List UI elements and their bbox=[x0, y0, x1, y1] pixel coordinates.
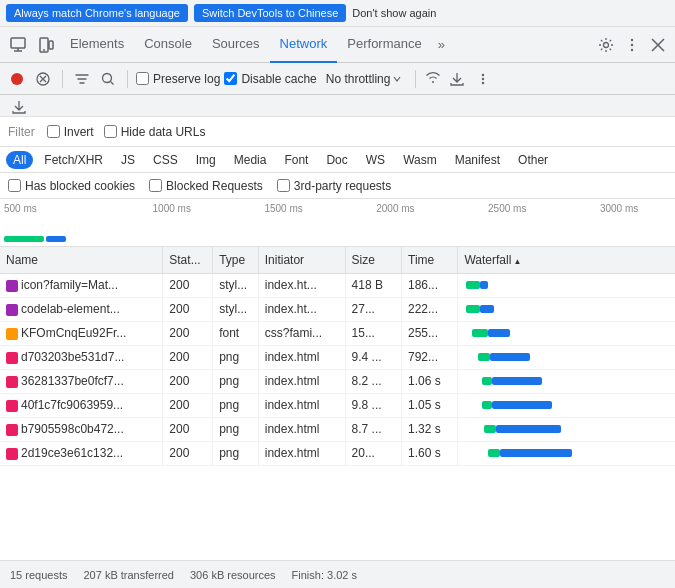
import-button[interactable] bbox=[8, 96, 30, 118]
cell-type: png bbox=[213, 417, 259, 441]
table-row[interactable]: 2d19ce3e61c132...200pngindex.html20...1.… bbox=[0, 441, 675, 465]
more-options-button[interactable] bbox=[619, 32, 645, 58]
type-filter-row: All Fetch/XHR JS CSS Img Media Font Doc … bbox=[0, 147, 675, 173]
inspect-icon[interactable] bbox=[4, 31, 32, 59]
cell-initiator: index.html bbox=[258, 393, 345, 417]
export-button[interactable] bbox=[446, 68, 468, 90]
type-filter-other[interactable]: Other bbox=[511, 151, 555, 169]
network-table-container: Name Stat... Type Initiator Size Time Wa… bbox=[0, 247, 675, 573]
table-row[interactable]: d703203be531d7...200pngindex.html9.4 ...… bbox=[0, 345, 675, 369]
svg-point-12 bbox=[482, 81, 484, 83]
device-icon[interactable] bbox=[32, 31, 60, 59]
table-row[interactable]: icon?family=Mat...200styl...index.ht...4… bbox=[0, 273, 675, 297]
blocked-cookies-checkbox[interactable]: Has blocked cookies bbox=[8, 179, 135, 193]
blocked-requests-checkbox[interactable]: Blocked Requests bbox=[149, 179, 263, 193]
waterfall-green-bar bbox=[466, 305, 480, 313]
search-button[interactable] bbox=[97, 68, 119, 90]
tab-performance[interactable]: Performance bbox=[337, 27, 431, 63]
cell-status: 200 bbox=[163, 321, 213, 345]
hide-data-urls-input[interactable] bbox=[104, 125, 117, 138]
type-filter-all[interactable]: All bbox=[6, 151, 33, 169]
png-row-icon bbox=[6, 352, 18, 364]
cell-time: 1.06 s bbox=[402, 369, 458, 393]
cell-type: png bbox=[213, 441, 259, 465]
tab-network[interactable]: Network bbox=[270, 27, 338, 63]
invert-checkbox[interactable]: Invert bbox=[47, 125, 94, 139]
clear-button[interactable] bbox=[32, 68, 54, 90]
table-row[interactable]: KFOmCnqEu92Fr...200fontcss?fami...15...2… bbox=[0, 321, 675, 345]
tl-label-5: 3000 ms bbox=[563, 203, 675, 214]
type-filter-font[interactable]: Font bbox=[277, 151, 315, 169]
png-row-icon bbox=[6, 376, 18, 388]
preserve-log-checkbox[interactable]: Preserve log bbox=[136, 72, 220, 86]
type-filter-manifest[interactable]: Manifest bbox=[448, 151, 507, 169]
col-header-size[interactable]: Size bbox=[345, 247, 401, 273]
col-header-initiator[interactable]: Initiator bbox=[258, 247, 345, 273]
waterfall-green-bar bbox=[484, 425, 496, 433]
type-filter-wasm[interactable]: Wasm bbox=[396, 151, 444, 169]
status-resources: 306 kB resources bbox=[190, 569, 276, 581]
cell-status: 200 bbox=[163, 345, 213, 369]
cell-initiator: index.html bbox=[258, 345, 345, 369]
type-filter-doc[interactable]: Doc bbox=[319, 151, 354, 169]
cell-name: b7905598c0b472... bbox=[0, 417, 163, 441]
cell-name: icon?family=Mat... bbox=[0, 273, 163, 297]
blocked-requests-input[interactable] bbox=[149, 179, 162, 192]
svg-point-4 bbox=[631, 38, 633, 40]
cell-status: 200 bbox=[163, 369, 213, 393]
more-network-options[interactable] bbox=[472, 68, 494, 90]
type-filter-js[interactable]: JS bbox=[114, 151, 142, 169]
font-row-icon bbox=[6, 328, 18, 340]
table-row[interactable]: b7905598c0b472...200pngindex.html8.7 ...… bbox=[0, 417, 675, 441]
throttle-select[interactable]: No throttling bbox=[321, 69, 408, 89]
preserve-log-input[interactable] bbox=[136, 72, 149, 85]
record-button[interactable] bbox=[6, 68, 28, 90]
switch-devtools-button[interactable]: Switch DevTools to Chinese bbox=[194, 4, 346, 22]
table-row[interactable]: codelab-element...200styl...index.ht...2… bbox=[0, 297, 675, 321]
invert-input[interactable] bbox=[47, 125, 60, 138]
divider3 bbox=[415, 70, 416, 88]
type-filter-ws[interactable]: WS bbox=[359, 151, 392, 169]
tab-console[interactable]: Console bbox=[134, 27, 202, 63]
dont-show-link[interactable]: Don't show again bbox=[352, 7, 436, 19]
filter-button[interactable] bbox=[71, 68, 93, 90]
status-transferred: 207 kB transferred bbox=[83, 569, 174, 581]
col-header-time[interactable]: Time bbox=[402, 247, 458, 273]
col-header-type[interactable]: Type bbox=[213, 247, 259, 273]
waterfall-bar bbox=[464, 421, 669, 437]
col-header-waterfall[interactable]: Waterfall bbox=[458, 247, 675, 273]
third-party-requests-input[interactable] bbox=[277, 179, 290, 192]
type-filter-media[interactable]: Media bbox=[227, 151, 274, 169]
type-filter-css[interactable]: CSS bbox=[146, 151, 185, 169]
cell-size: 27... bbox=[345, 297, 401, 321]
third-party-requests-checkbox[interactable]: 3rd-party requests bbox=[277, 179, 391, 193]
cell-time: 222... bbox=[402, 297, 458, 321]
col-header-name[interactable]: Name bbox=[0, 247, 163, 273]
type-filter-fetch[interactable]: Fetch/XHR bbox=[37, 151, 110, 169]
timeline-bar-green bbox=[4, 236, 44, 242]
tl-label-0: 500 ms bbox=[0, 203, 116, 214]
disable-cache-input[interactable] bbox=[224, 72, 237, 85]
match-language-button[interactable]: Always match Chrome's language bbox=[6, 4, 188, 22]
settings-button[interactable] bbox=[593, 32, 619, 58]
cell-waterfall bbox=[458, 417, 675, 441]
table-row[interactable]: 36281337be0fcf7...200pngindex.html8.2 ..… bbox=[0, 369, 675, 393]
disable-cache-checkbox[interactable]: Disable cache bbox=[224, 72, 316, 86]
css-row-icon bbox=[6, 304, 18, 316]
type-filter-img[interactable]: Img bbox=[189, 151, 223, 169]
waterfall-green-bar bbox=[482, 401, 492, 409]
wifi-icon bbox=[424, 70, 442, 87]
col-header-status[interactable]: Stat... bbox=[163, 247, 213, 273]
cell-type: font bbox=[213, 321, 259, 345]
cell-type: png bbox=[213, 369, 259, 393]
hide-data-urls-checkbox[interactable]: Hide data URLs bbox=[104, 125, 206, 139]
more-tabs-button[interactable]: » bbox=[432, 37, 451, 52]
cell-type: styl... bbox=[213, 297, 259, 321]
cell-initiator: index.html bbox=[258, 441, 345, 465]
tab-sources[interactable]: Sources bbox=[202, 27, 270, 63]
tab-elements[interactable]: Elements bbox=[60, 27, 134, 63]
blocked-cookies-input[interactable] bbox=[8, 179, 21, 192]
waterfall-blue-bar bbox=[488, 329, 510, 337]
table-row[interactable]: 40f1c7fc9063959...200pngindex.html9.8 ..… bbox=[0, 393, 675, 417]
close-devtools-button[interactable] bbox=[645, 32, 671, 58]
